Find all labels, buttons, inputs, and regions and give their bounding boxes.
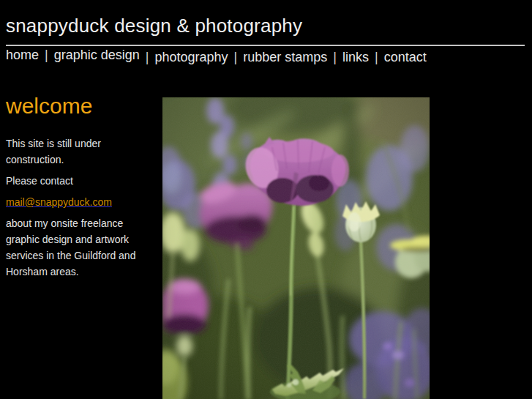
nav-separator: | <box>375 49 378 65</box>
paragraph-contact: Please contact <box>6 173 152 189</box>
poppies-photo-illustration <box>162 97 430 399</box>
nav-separator: | <box>45 47 48 63</box>
header-divider <box>6 45 525 46</box>
nav-separator: | <box>146 49 149 65</box>
nav-item-contact[interactable]: contact <box>384 49 427 65</box>
email-link[interactable]: mail@snappyduck.com <box>6 196 112 208</box>
nav-separator: | <box>333 49 337 65</box>
email-link-text: mail@snappyduck.com <box>6 196 112 208</box>
paragraph-construction: This site is still under construction. <box>6 135 152 168</box>
welcome-heading: welcome <box>6 95 92 117</box>
nav-item-photography[interactable]: photography <box>155 49 228 65</box>
nav-separator: | <box>234 49 238 65</box>
site-title: snappyduck design & photography <box>6 15 302 37</box>
poppies-photo <box>162 97 430 399</box>
main-nav: home | graphic design | photography | ru… <box>6 49 427 65</box>
nav-item-home[interactable]: home <box>6 47 39 63</box>
nav-item-links[interactable]: links <box>342 49 369 65</box>
intro-text: This site is still under construction. P… <box>6 135 152 285</box>
page: snappyduck design & photography home | g… <box>0 0 532 399</box>
nav-item-graphic-design[interactable]: graphic design <box>54 47 140 63</box>
nav-item-rubber-stamps[interactable]: rubber stamps <box>243 49 327 65</box>
paragraph-services: about my onsite freelance graphic design… <box>6 215 152 280</box>
